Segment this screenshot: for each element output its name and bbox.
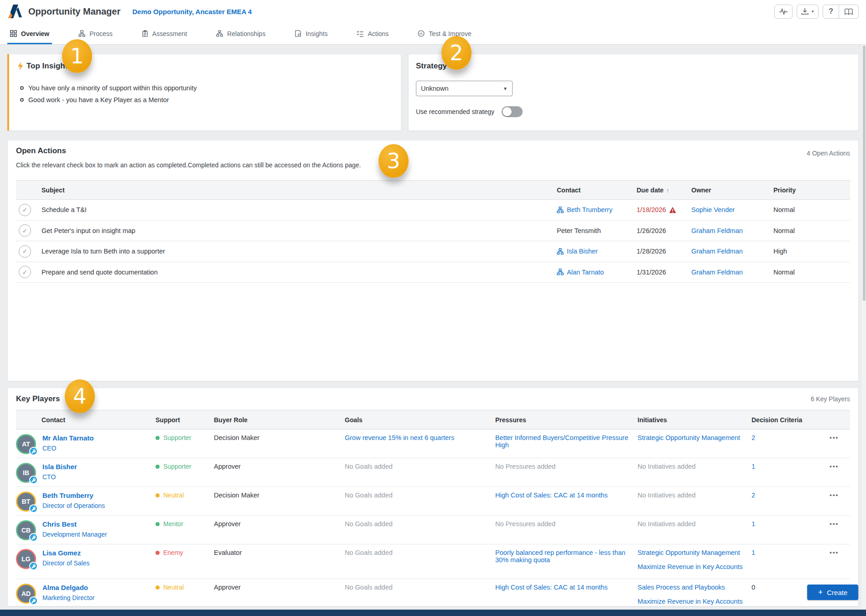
contact-link[interactable]: Beth Trumberry [567, 206, 612, 213]
strategy-dropdown[interactable]: Unknown ▼ [416, 81, 513, 96]
support-status: Enemy [156, 549, 214, 556]
table-row: BT Beth Trumberry Director of Operations… [16, 487, 850, 516]
owner-link[interactable]: Graham Feldman [691, 248, 743, 255]
complete-action-checkbox[interactable]: ✓ [19, 266, 31, 278]
action-subject: Prepare and send quote documentation [41, 269, 557, 276]
tab-overview[interactable]: Overview [10, 23, 49, 44]
contact-link[interactable]: Isla Bisher [567, 248, 598, 255]
complete-action-checkbox[interactable]: ✓ [19, 224, 31, 237]
decision-criteria-value: 0 [752, 584, 809, 591]
initiative-link[interactable]: Maximize Revenue in Key Accounts [638, 563, 745, 570]
key-player-badge-icon [29, 504, 38, 513]
help-group: ? [823, 5, 859, 19]
goals-empty: No Goals added [345, 520, 495, 528]
table-row: AT Mr Alan Tarnato CEO Supporter Decisio… [16, 430, 850, 458]
open-actions-header-row: Subject Contact Due date↑ Owner Priority [16, 180, 850, 200]
owner-link[interactable]: Graham Feldman [691, 227, 743, 234]
goal-link[interactable]: Grow revenue 15% in next 6 quarters [345, 434, 454, 441]
complete-action-checkbox[interactable]: ✓ [19, 204, 31, 216]
due-date: 1/26/2026 [637, 227, 666, 234]
contact-title-link[interactable]: Director of Operations [42, 502, 105, 509]
warning-icon [669, 207, 676, 213]
avatar[interactable]: CB [16, 520, 36, 540]
contact-title-link[interactable]: CEO [42, 445, 94, 452]
pressure-link[interactable]: Poorly balanced rep performance - less t… [495, 549, 625, 564]
contact-title-link[interactable]: Development Manager [42, 531, 107, 538]
table-row: LG Lisa Gomez Director of Sales Enemy Ev… [16, 544, 850, 579]
owner-link[interactable]: Sophie Vender [691, 206, 735, 213]
tab-actions[interactable]: Actions [357, 23, 389, 44]
contact-name-link[interactable]: Chris Best [42, 520, 107, 528]
avatar[interactable]: AD [16, 584, 36, 604]
tab-insights[interactable]: Insights [295, 23, 327, 44]
pressure-link[interactable]: High Cost of Sales: CAC at 14 months [495, 584, 608, 591]
opportunity-name[interactable]: Demo Opportunity, Ancaster EMEA 4 [132, 8, 252, 16]
due-date: 1/28/2026 [637, 248, 666, 255]
pressures-empty: No Pressures added [495, 463, 638, 470]
column-initiatives: Initiatives [638, 416, 752, 424]
decision-criteria-link[interactable]: 2 [752, 434, 755, 441]
priority-value: High [773, 248, 850, 255]
open-actions-table: Subject Contact Due date↑ Owner Priority… [16, 180, 850, 283]
caret-down-icon: ▼ [811, 10, 814, 14]
owner-link[interactable]: Graham Feldman [691, 269, 743, 276]
avatar[interactable]: BT [16, 492, 36, 512]
contact-name-link[interactable]: Beth Trumberry [42, 492, 105, 499]
avatar[interactable]: LG [16, 549, 36, 569]
row-menu-icon[interactable]: ••• [830, 492, 839, 498]
support-status: Neutral [156, 492, 214, 499]
decision-criteria-link[interactable]: 1 [752, 549, 755, 556]
pressure-link[interactable]: Better Informed Buyers/Competitive Press… [495, 434, 628, 449]
buyer-role: Decision Maker [214, 492, 345, 499]
create-button[interactable]: + Create [807, 585, 858, 600]
decision-criteria-link[interactable]: 2 [752, 492, 755, 499]
annotation-badge-4: 4 [65, 379, 95, 413]
caret-down-icon: ▼ [503, 86, 508, 91]
row-menu-icon[interactable]: ••• [830, 463, 839, 470]
app-title: Opportunity Manager [28, 6, 120, 17]
complete-action-checkbox[interactable]: ✓ [19, 245, 31, 258]
decision-criteria-link[interactable]: 1 [752, 520, 755, 528]
recommended-strategy-toggle[interactable] [502, 106, 523, 117]
scrollbar-thumb[interactable] [863, 46, 866, 301]
row-menu-icon[interactable]: ••• [830, 434, 839, 441]
pressure-link[interactable]: High Cost of Sales: CAC at 14 months [495, 492, 608, 499]
grid-icon [10, 30, 17, 37]
contact-name-link[interactable]: Lisa Gomez [42, 549, 89, 557]
contact-name-link[interactable]: Mr Alan Tarnato [42, 434, 94, 442]
contact-title-link[interactable]: Marketing Director [42, 594, 94, 601]
row-menu-icon[interactable]: ••• [830, 549, 839, 556]
contact-name-link[interactable]: Isla Bisher [42, 463, 77, 471]
initiative-link[interactable]: Sales Process and Playbooks [638, 584, 745, 591]
checklist-icon [357, 30, 363, 37]
contact-title-link[interactable]: CTO [42, 473, 77, 481]
contact-name: Peter Tensmith [557, 227, 601, 234]
avatar[interactable]: IB [16, 463, 36, 483]
column-buyer-role: Buyer Role [214, 416, 345, 424]
toggle-knob [503, 107, 512, 116]
help-button[interactable]: ? [823, 5, 839, 18]
avatar[interactable]: AT [16, 434, 36, 454]
initiative-link[interactable]: Maximize Revenue in Key Accounts [638, 598, 745, 605]
annotation-badge-2: 2 [441, 36, 472, 70]
sort-ascending-icon: ↑ [666, 187, 669, 194]
contact-link[interactable]: Alan Tarnato [567, 269, 604, 276]
download-button[interactable]: ▼ [797, 5, 819, 19]
key-players-title: Key Players [16, 394, 850, 404]
status-dot-icon [156, 551, 160, 555]
book-icon [845, 8, 853, 15]
column-due-date[interactable]: Due date↑ [637, 186, 691, 194]
initiative-link[interactable]: Strategic Opportunity Management [638, 549, 745, 556]
guide-button[interactable] [839, 5, 858, 18]
contact-name-link[interactable]: Alma Delgado [42, 584, 94, 591]
activity-button[interactable] [774, 5, 793, 19]
decision-criteria-link[interactable]: 1 [752, 463, 755, 470]
open-actions-count: 4 Open Actions [807, 150, 850, 157]
contact-title-link[interactable]: Director of Sales [42, 559, 89, 567]
open-actions-title: Open Actions [16, 146, 850, 155]
row-menu-icon[interactable]: ••• [830, 520, 839, 527]
initiative-link[interactable]: Strategic Opportunity Management [638, 434, 745, 441]
tab-assessment[interactable]: Assessment [142, 23, 187, 44]
goals-empty: No Goals added [345, 463, 495, 470]
tab-relationships[interactable]: Relationships [216, 23, 265, 44]
